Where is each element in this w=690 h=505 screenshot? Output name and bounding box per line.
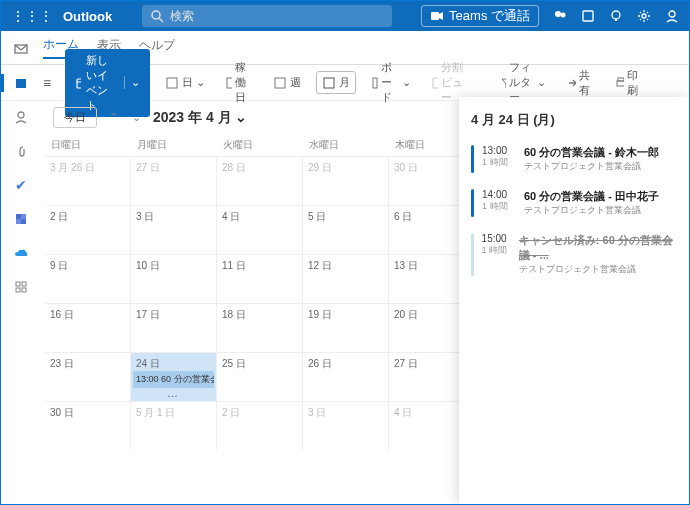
share-icon <box>566 76 576 90</box>
teams-call-button[interactable]: Teams で通話 <box>421 5 539 27</box>
agenda-item[interactable]: 14:00 1 時間 60 分の営業会議 - 田中花子 テストプロジェクト営業会… <box>471 189 677 217</box>
month-label[interactable]: 2023 年 4 月 ⌄ <box>153 109 248 127</box>
date-cell[interactable]: 16 日 <box>45 303 131 352</box>
svg-rect-24 <box>16 214 21 219</box>
filter-icon <box>500 76 506 90</box>
date-cell[interactable]: 11 日 <box>217 254 303 303</box>
date-cell[interactable]: 23 日 <box>45 352 131 401</box>
rail-app1-icon[interactable] <box>11 209 31 229</box>
app-launcher-icon[interactable]: ⋮⋮⋮ <box>11 8 53 24</box>
view-month-button[interactable]: 月 <box>316 71 356 94</box>
rail-files-icon[interactable] <box>11 141 31 161</box>
people-icon[interactable] <box>553 9 567 23</box>
svg-rect-15 <box>324 78 334 88</box>
svg-point-9 <box>669 11 675 17</box>
prev-month-button[interactable]: ⌃ <box>107 111 120 124</box>
date-cell[interactable]: 4 日 <box>217 205 303 254</box>
chevron-down-icon[interactable]: ⌄ <box>124 76 140 89</box>
account-icon[interactable] <box>665 9 679 23</box>
svg-rect-27 <box>21 219 26 224</box>
settings-icon[interactable] <box>637 9 651 23</box>
svg-line-1 <box>159 18 163 22</box>
svg-rect-18 <box>433 78 438 88</box>
event-chip[interactable]: 13:00 60 分の営業会議 <box>133 371 214 388</box>
svg-point-4 <box>561 13 566 18</box>
rail-mail-icon[interactable] <box>11 39 31 59</box>
date-cell[interactable]: 5 月 1 日 <box>131 401 217 450</box>
svg-point-6 <box>612 11 620 19</box>
date-cell[interactable]: 27 日 <box>131 156 217 205</box>
svg-rect-16 <box>373 78 377 88</box>
svg-point-8 <box>642 14 646 18</box>
svg-rect-12 <box>167 78 177 88</box>
rail-calendar-icon[interactable] <box>11 73 31 93</box>
print-icon <box>614 76 624 90</box>
date-cell[interactable]: 3 日 <box>303 401 389 450</box>
view-day-button[interactable]: 日 ⌄ <box>160 72 210 93</box>
calendar-icon <box>75 76 81 90</box>
rail-more-apps-icon[interactable] <box>11 277 31 297</box>
notes-icon[interactable] <box>581 9 595 23</box>
search-icon <box>150 9 164 23</box>
svg-rect-28 <box>16 282 20 286</box>
date-cell[interactable]: 17 日 <box>131 303 217 352</box>
svg-rect-7 <box>615 19 617 21</box>
date-cell[interactable]: 26 日 <box>303 352 389 401</box>
date-cell[interactable]: 9 日 <box>45 254 131 303</box>
next-month-button[interactable]: ⌄ <box>130 111 143 124</box>
agenda-item[interactable]: 13:00 1 時間 60 分の営業会議 - 鈴木一郎 テストプロジェクト営業会… <box>471 145 677 173</box>
svg-rect-29 <box>22 282 26 286</box>
date-cell[interactable]: 19 日 <box>303 303 389 352</box>
date-cell[interactable]: 3 日 <box>131 205 217 254</box>
dayname: 月曜日 <box>131 134 217 156</box>
date-cell[interactable]: 30 日 <box>45 401 131 450</box>
svg-rect-26 <box>16 219 21 224</box>
today-button[interactable]: 今日 <box>53 107 97 128</box>
day-icon <box>165 76 179 90</box>
dayname: 火曜日 <box>217 134 303 156</box>
board-icon <box>371 76 378 90</box>
svg-rect-2 <box>431 12 439 20</box>
agenda-item[interactable]: 15:00 1 時間 キャンセル済み: 60 分の営業会議 - ... テストプ… <box>471 233 677 276</box>
video-icon <box>430 9 444 23</box>
rail-onedrive-icon[interactable] <box>11 243 31 263</box>
date-cell[interactable]: 5 日 <box>303 205 389 254</box>
dayname: 日曜日 <box>45 134 131 156</box>
brand-label: Outlook <box>63 9 112 24</box>
tips-icon[interactable] <box>609 9 623 23</box>
rail-todo-icon[interactable]: ✔ <box>11 175 31 195</box>
date-cell[interactable]: 2 日 <box>45 205 131 254</box>
rail-people-icon[interactable] <box>11 107 31 127</box>
svg-rect-31 <box>22 288 26 292</box>
agenda-panel: 4 月 24 日 (月) 13:00 1 時間 60 分の営業会議 - 鈴木一郎… <box>459 97 689 504</box>
svg-rect-10 <box>77 79 81 88</box>
svg-rect-22 <box>16 79 26 88</box>
svg-rect-5 <box>583 11 593 21</box>
search-placeholder: 検索 <box>170 8 194 25</box>
agenda-color-bar <box>471 233 474 276</box>
agenda-date: 4 月 24 日 (月) <box>471 111 677 129</box>
date-cell[interactable]: 29 日 <box>303 156 389 205</box>
date-cell-selected[interactable]: 24 日 13:00 60 分の営業会議 … <box>131 352 217 401</box>
svg-rect-13 <box>227 78 232 88</box>
month-icon <box>322 76 336 90</box>
svg-rect-20 <box>618 78 624 81</box>
workweek-icon <box>225 76 232 90</box>
search-input[interactable]: 検索 <box>142 5 392 27</box>
date-cell[interactable]: 28 日 <box>217 156 303 205</box>
print-button[interactable]: 印刷 <box>609 65 647 101</box>
dayname: 水曜日 <box>303 134 389 156</box>
date-cell[interactable]: 10 日 <box>131 254 217 303</box>
svg-point-3 <box>555 11 561 17</box>
date-cell[interactable]: 18 日 <box>217 303 303 352</box>
share-button[interactable]: 共有 <box>561 65 599 101</box>
date-cell[interactable]: 12 日 <box>303 254 389 303</box>
event-more-icon[interactable]: … <box>131 387 216 399</box>
date-cell[interactable]: 3 月 26 日 <box>45 156 131 205</box>
agenda-color-bar <box>471 189 474 217</box>
date-cell[interactable]: 2 日 <box>217 401 303 450</box>
hamburger-icon[interactable]: ≡ <box>43 75 51 91</box>
date-cell[interactable]: 25 日 <box>217 352 303 401</box>
svg-rect-25 <box>21 214 26 219</box>
view-week-button[interactable]: 週 <box>268 72 306 93</box>
